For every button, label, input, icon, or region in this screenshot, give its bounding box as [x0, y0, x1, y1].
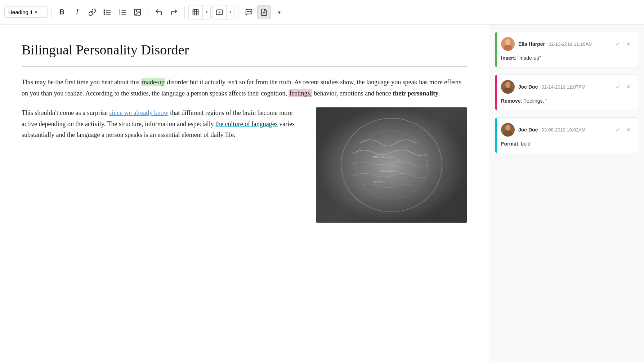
comment-meta-1: Ella Harper 02-13-2019 11:20AM [518, 41, 611, 47]
track-changes-icon [260, 8, 268, 16]
media-dropdown-button[interactable]: ▾ [226, 5, 234, 19]
svg-point-23 [250, 11, 251, 12]
comment-actions-3: ✓ ✕ [614, 126, 632, 134]
comment-card-3: Joe Doe 03-08-2019 10:02AM ✓ ✕ Format: b… [495, 117, 638, 153]
avatar-ella-harper [501, 37, 515, 51]
link-button[interactable] [85, 5, 99, 19]
toolbar: Heading 1 ▾ B I 1 2 3 [0, 0, 644, 24]
article-divider [22, 66, 467, 67]
comment-date-2: 02-14-2019 12:07PM [541, 84, 585, 90]
comment-body-2: Remove: "feelings, " [501, 97, 632, 105]
svg-text:3: 3 [119, 13, 121, 15]
comment-type-1: Insert [501, 55, 515, 61]
comment-header-3: Joe Doe 03-08-2019 10:02AM ✓ ✕ [501, 123, 632, 137]
table-button-group[interactable]: ▾ [188, 5, 211, 19]
svg-rect-26 [316, 107, 467, 223]
paragraph-2: This shouldn't come as a surprise since … [22, 107, 304, 141]
accept-button-2[interactable]: ✓ [614, 83, 622, 91]
redo-icon [170, 8, 178, 16]
article-body: This may be the first time you hear abou… [22, 77, 467, 223]
unordered-list-button[interactable] [100, 5, 114, 19]
svg-point-5 [104, 14, 105, 15]
image-button[interactable] [131, 5, 144, 19]
svg-point-43 [506, 126, 510, 130]
toolbar-divider-4 [238, 6, 238, 18]
comment-author-3: Joe Doe [518, 127, 538, 133]
italic-button[interactable]: I [70, 5, 84, 19]
comment-type-2: Remove [501, 98, 520, 104]
svg-point-21 [247, 11, 248, 12]
comment-date-3: 03-08-2019 10:02AM [541, 127, 585, 133]
article-link[interactable]: since we already know [109, 109, 168, 116]
reject-button-1[interactable]: ✕ [625, 40, 632, 48]
comment-button[interactable] [242, 5, 256, 19]
reject-button-2[interactable]: ✕ [625, 83, 632, 91]
avatar-joe-doe-1 [501, 80, 515, 94]
comments-sidebar: Ella Harper 02-13-2019 11:20AM ✓ ✕ Inser… [489, 24, 644, 361]
comment-card-1: Ella Harper 02-13-2019 11:20AM ✓ ✕ Inser… [495, 32, 638, 67]
ordered-list-button[interactable]: 1 2 3 [116, 5, 129, 19]
svg-point-13 [136, 10, 137, 12]
comment-actions-2: ✓ ✕ [614, 83, 632, 91]
comment-author-1: Ella Harper [518, 41, 545, 47]
more-button[interactable]: ▾ [272, 5, 286, 19]
underline-culture: the culture of languages [215, 120, 277, 128]
highlight-made-up: made-up [141, 78, 165, 86]
bold-button[interactable]: B [55, 5, 69, 19]
article-col-text: This shouldn't come as a surprise since … [22, 107, 304, 149]
bold-personality: their personality [393, 90, 438, 97]
chevron-down-icon: ▾ [206, 10, 207, 14]
svg-point-4 [104, 12, 105, 13]
svg-text:MEMORY: MEMORY [374, 180, 387, 184]
comment-value-1: "made-up" [518, 55, 541, 61]
undo-icon [155, 8, 163, 16]
svg-point-22 [249, 11, 249, 12]
comment-meta-3: Joe Doe 03-08-2019 10:02AM [518, 126, 611, 133]
comment-value-3: bold [521, 141, 530, 147]
table-icon [192, 9, 199, 16]
svg-marker-20 [219, 11, 220, 13]
paragraph-1: This may be the first time you hear abou… [22, 77, 467, 99]
article-columns: This shouldn't come as a surprise since … [22, 107, 467, 223]
media-button[interactable] [213, 5, 226, 19]
svg-text:PERSONALITY: PERSONALITY [372, 155, 394, 159]
chevron-down-icon: ▾ [35, 10, 37, 15]
media-button-group[interactable]: ▾ [212, 5, 234, 19]
comment-header-2: Joe Doe 02-14-2019 12:07PM ✓ ✕ [501, 80, 632, 94]
editor-area[interactable]: Bilingual Personality Disorder This may … [0, 24, 489, 361]
highlight-feelings: feelings, [289, 89, 312, 97]
comment-body-1: Insert: "made-up" [501, 54, 632, 62]
article-col-image: PERSONALITY LANGUAGE MEMORY [316, 107, 467, 223]
comment-meta-2: Joe Doe 02-14-2019 12:07PM [518, 84, 611, 90]
undo-button[interactable] [152, 5, 166, 19]
svg-text:LANGUAGE: LANGUAGE [379, 169, 397, 173]
svg-rect-14 [193, 9, 198, 15]
comment-actions-1: ✓ ✕ [614, 40, 632, 48]
brain-image: PERSONALITY LANGUAGE MEMORY [316, 107, 467, 223]
toolbar-divider-3 [184, 6, 185, 18]
article-title: Bilingual Personality Disorder [22, 42, 467, 58]
accept-button-1[interactable]: ✓ [614, 40, 622, 48]
table-dropdown-button[interactable]: ▾ [202, 5, 210, 19]
comment-type-3: Format [501, 141, 518, 147]
main-area: Bilingual Personality Disorder This may … [0, 24, 644, 361]
unordered-list-icon [103, 8, 111, 16]
image-icon [134, 8, 142, 16]
media-icon [216, 9, 223, 16]
heading-select[interactable]: Heading 1 ▾ [4, 6, 48, 18]
comment-header-1: Ella Harper 02-13-2019 11:20AM ✓ ✕ [501, 37, 632, 51]
avatar-joe-doe-2 [501, 123, 515, 137]
reject-button-3[interactable]: ✕ [625, 126, 632, 134]
table-button[interactable] [189, 5, 202, 19]
comment-author-2: Joe Doe [518, 84, 538, 90]
heading-select-label: Heading 1 [8, 9, 33, 15]
chevron-down-icon: ▾ [278, 9, 281, 15]
chevron-down-icon: ▾ [229, 10, 231, 14]
comment-date-1: 02-13-2019 11:20AM [549, 41, 592, 47]
redo-button[interactable] [167, 5, 181, 19]
accept-button-3[interactable]: ✓ [614, 126, 622, 134]
svg-point-3 [104, 10, 105, 11]
track-changes-button[interactable] [257, 5, 271, 19]
ordered-list-icon: 1 2 3 [118, 8, 126, 16]
svg-point-39 [506, 83, 510, 87]
